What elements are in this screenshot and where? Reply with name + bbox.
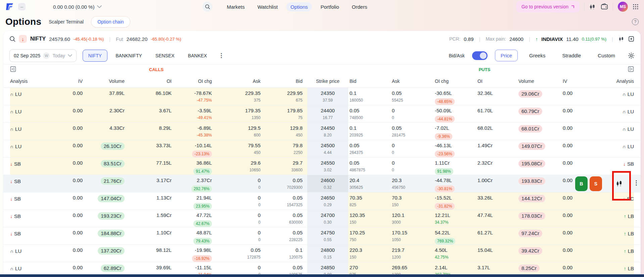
- add-watchlist-icon[interactable]: [628, 36, 635, 42]
- put-ask-cell[interactable]: 120.13000: [390, 210, 433, 227]
- search-symbol-icon[interactable]: [9, 36, 15, 42]
- header-puts-analysis[interactable]: Analysis: [608, 78, 634, 84]
- table-row[interactable]: ∩LU0.0026.10Cr33.73L-10.14L-23.13%79.554…: [3, 140, 641, 158]
- put-bid-cell[interactable]: 20.4305625: [348, 175, 390, 192]
- row-more-menu[interactable]: ⋮: [633, 179, 639, 186]
- call-ask-cell[interactable]: 00: [217, 175, 265, 192]
- put-bid-cell[interactable]: 0.1203925: [348, 123, 390, 140]
- call-bid-cell[interactable]: 79.82250: [265, 140, 307, 157]
- put-analysis-cell[interactable]: ↑LB: [608, 227, 634, 244]
- nav-item-options[interactable]: Options: [286, 2, 312, 11]
- put-bid-cell[interactable]: 220.3150: [348, 245, 390, 262]
- header-puts-oi-chg[interactable]: OI chg: [433, 78, 476, 84]
- put-analysis-cell[interactable]: ∩LU: [608, 140, 634, 157]
- table-row[interactable]: ↓SB0.0021.76Cr3.17Cr2.37Cr292.76%000.057…: [3, 175, 641, 192]
- table-row[interactable]: ∩LU0.004.33Cr8.29L-6.89L-45.38%129.56001…: [3, 123, 641, 140]
- header-puts-bid[interactable]: Bid: [348, 78, 390, 84]
- call-analysis-cell[interactable]: ↓SB: [10, 210, 57, 227]
- table-row[interactable]: ↓SB0.00193.23Cr1.59Cr47.72L42.67%000.056…: [3, 210, 641, 227]
- header-calls-bid[interactable]: Bid: [265, 78, 307, 84]
- buy-button[interactable]: B: [575, 176, 588, 191]
- put-bid-cell[interactable]: 0.05264375: [348, 140, 390, 157]
- table-row[interactable]: ↓SB0.00184.88Cr1.10Cr48.87L79.43%000.052…: [3, 227, 641, 245]
- index-tab-nifty[interactable]: NIFTY: [83, 50, 107, 62]
- help-icon[interactable]: ?: [632, 18, 639, 25]
- call-analysis-cell[interactable]: ↓SB: [10, 158, 57, 175]
- header-calls-ask[interactable]: Ask: [217, 78, 265, 84]
- app-logo-icon[interactable]: [5, 3, 14, 11]
- call-bid-cell[interactable]: 29.733600: [265, 158, 307, 175]
- nav-item-markets[interactable]: Markets: [223, 2, 248, 11]
- put-bid-cell[interactable]: 120.35150: [348, 210, 390, 227]
- call-analysis-cell[interactable]: ∩LU: [10, 140, 57, 157]
- call-ask-cell[interactable]: 179.351350: [217, 105, 265, 122]
- put-analysis-cell[interactable]: ↑LB: [608, 210, 634, 227]
- nav-item-portfolio[interactable]: Portfolio: [317, 2, 343, 11]
- call-analysis-cell[interactable]: ∩LU: [10, 123, 57, 140]
- put-ask-cell[interactable]: 170.151050: [390, 227, 433, 244]
- put-ask-cell[interactable]: 0.05281475: [390, 123, 433, 140]
- header-puts-iv[interactable]: IV: [561, 78, 608, 84]
- put-analysis-cell[interactable]: ∩LU: [608, 105, 634, 122]
- call-bid-cell[interactable]: 0.05228225: [265, 227, 307, 244]
- index-tab-banknifty[interactable]: BANKNIFTY: [110, 50, 147, 61]
- index-tab-bankex[interactable]: BANKEX: [183, 50, 213, 61]
- put-bid-cell[interactable]: 170.25750: [348, 227, 390, 244]
- table-row[interactable]: ∩LU0.00137.20Cr98.12L-19.98L-16.92%0.051…: [3, 245, 641, 262]
- put-bid-cell[interactable]: 0.054867875: [348, 158, 390, 175]
- call-analysis-cell[interactable]: ↓SB: [10, 192, 57, 210]
- apps-grid-icon[interactable]: [633, 4, 639, 10]
- nav-item-watchlist[interactable]: Watchlist: [254, 2, 282, 11]
- call-ask-cell[interactable]: 00: [217, 210, 265, 227]
- call-bid-cell[interactable]: 129.8450: [265, 123, 307, 140]
- header-puts-ask[interactable]: Ask: [390, 78, 433, 84]
- call-ask-cell[interactable]: 0.05172875: [217, 245, 265, 262]
- call-ask-cell[interactable]: 29.610650: [217, 158, 265, 175]
- bidask-toggle[interactable]: [472, 51, 488, 60]
- header-puts-oi[interactable]: OI: [476, 78, 517, 84]
- put-analysis-cell[interactable]: ↑LB: [608, 245, 634, 262]
- put-analysis-cell[interactable]: ∩LU: [608, 123, 634, 140]
- call-ask-cell[interactable]: 79.55450: [217, 140, 265, 157]
- go-previous-version-button[interactable]: Go to previous version: [516, 1, 580, 12]
- put-ask-cell[interactable]: 219.71200: [390, 245, 433, 262]
- search-icon[interactable]: [202, 2, 213, 12]
- table-row[interactable]: ∩LU0.0037.89L86.10K-78.67K-47.75%229.353…: [3, 88, 641, 105]
- index-tab-sensex[interactable]: SENSEX: [150, 50, 180, 61]
- expiry-date-select[interactable]: 02 Sep 2025 W Today: [9, 49, 77, 62]
- table-row[interactable]: ↓SB0.0083.51Cr77.15L36.86L91.47%29.61065…: [3, 158, 641, 175]
- view-tab-custom[interactable]: Custom: [592, 50, 620, 61]
- header-puts-volume[interactable]: Volume: [517, 78, 561, 84]
- put-ask-cell[interactable]: 00: [390, 140, 433, 157]
- tab-scalper-terminal[interactable]: Scalper Terminal: [49, 19, 84, 24]
- call-bid-cell[interactable]: 0.05630000: [265, 210, 307, 227]
- put-bid-cell[interactable]: 70.35825: [348, 192, 390, 210]
- call-bid-cell[interactable]: 179.8575: [265, 105, 307, 122]
- sell-button[interactable]: S: [590, 176, 602, 191]
- avatar[interactable]: MS: [618, 2, 628, 12]
- markets-chart-icon[interactable]: [589, 3, 596, 10]
- put-analysis-cell[interactable]: ∩LU: [608, 88, 634, 105]
- wallet-icon[interactable]: [601, 3, 608, 10]
- vix-chart-icon[interactable]: [618, 36, 625, 42]
- call-ask-cell[interactable]: 129.5600: [217, 123, 265, 140]
- call-bid-cell[interactable]: 0.057029300: [265, 175, 307, 192]
- put-ask-cell[interactable]: 70.3150: [390, 192, 433, 210]
- nav-item-orders[interactable]: Orders: [348, 2, 371, 11]
- header-strike-price[interactable]: Strike price: [307, 78, 348, 84]
- header-calls-analysis[interactable]: Analysis: [10, 78, 57, 84]
- header-calls-oi[interactable]: OI: [129, 78, 176, 84]
- call-ask-cell[interactable]: 00: [217, 227, 265, 244]
- put-ask-cell[interactable]: 00: [390, 105, 433, 122]
- put-bid-cell[interactable]: 0.1160050: [348, 88, 390, 105]
- put-ask-cell[interactable]: 20.3456750: [390, 175, 433, 192]
- call-analysis-cell[interactable]: ∩LU: [10, 105, 57, 122]
- collapse-puts-icon[interactable]: [628, 66, 634, 72]
- header-calls-oi-chg[interactable]: OI chg: [176, 78, 217, 84]
- put-bid-cell[interactable]: 0.05748500: [348, 105, 390, 122]
- collapse-ticker-button[interactable]: –: [18, 3, 26, 10]
- put-ask-cell[interactable]: 00: [390, 158, 433, 175]
- header-calls-volume[interactable]: Volume: [87, 78, 129, 84]
- view-tab-price[interactable]: Price: [495, 50, 518, 61]
- call-bid-cell[interactable]: 0.1120075: [265, 245, 307, 262]
